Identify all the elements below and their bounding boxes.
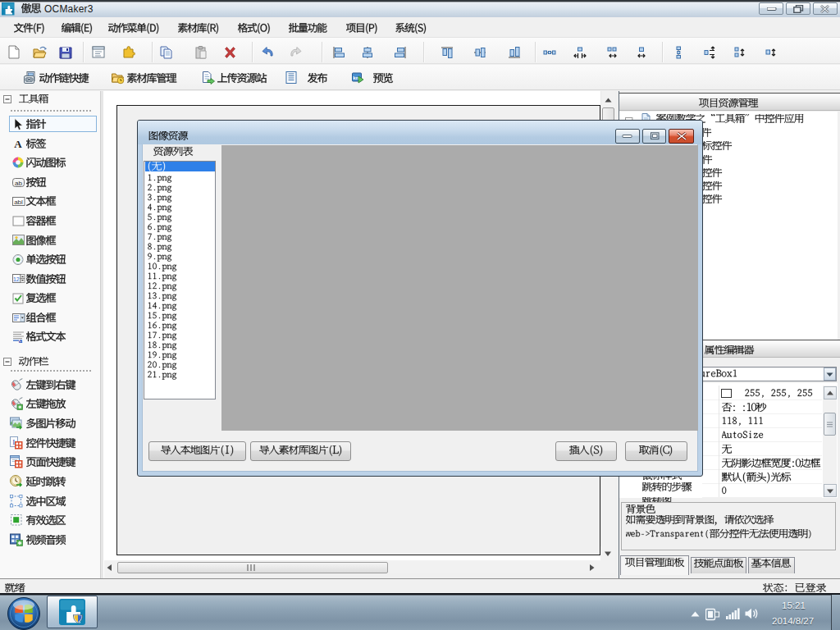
svg-text:12: 12 [12,276,19,282]
svg-text:a: a [18,336,22,344]
svg-text:abl: abl [14,199,23,206]
svg-text:A: A [14,138,22,150]
svg-text:I: I [12,437,15,445]
svg-text:ab: ab [15,179,22,186]
